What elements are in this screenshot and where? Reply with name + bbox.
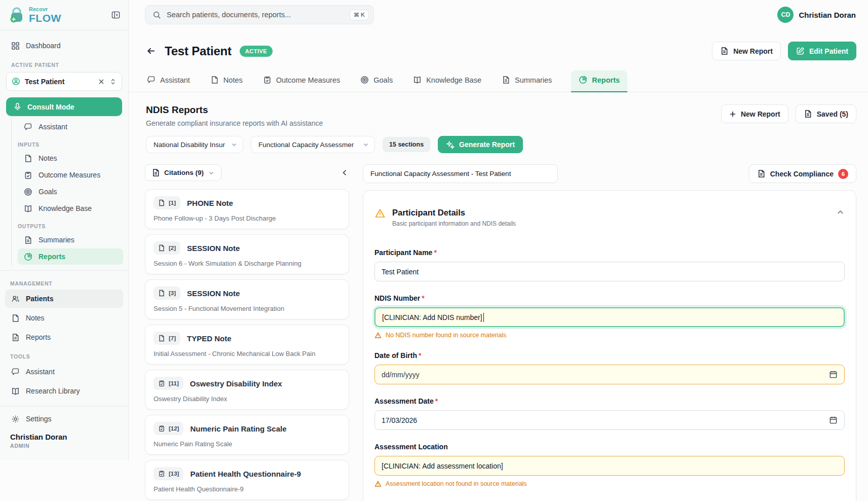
- citation-ref-pill: [11]: [154, 377, 183, 390]
- calendar-icon[interactable]: [829, 416, 838, 424]
- edit-patient-label: Edit Patient: [809, 47, 848, 55]
- avatar: CD: [777, 7, 794, 23]
- insurer-dropdown[interactable]: National Disability Insur: [146, 136, 243, 153]
- sidebar-item-label: Assistant: [39, 123, 67, 131]
- sidebar-item-patients[interactable]: Patients: [5, 290, 123, 308]
- sidebar-item-label: Outcome Measures: [39, 171, 100, 179]
- field-label: Assessment Date*: [374, 397, 845, 405]
- sidebar-item-notes-input[interactable]: Notes: [18, 150, 123, 166]
- sidebar-item-goals[interactable]: Goals: [18, 184, 123, 200]
- calendar-icon[interactable]: [829, 370, 838, 379]
- citation-title: SESSION Note: [187, 289, 240, 298]
- assessment-date-field: Assessment Date* 17/03/2026: [373, 397, 846, 430]
- tab-outcome-measures[interactable]: Outcome Measures: [262, 70, 342, 92]
- citation-subtitle: Initial Assessment - Chronic Mechanical …: [154, 350, 341, 357]
- citation-card[interactable]: [3] SESSION Note Session 5 - Functional …: [145, 279, 349, 319]
- ndis-number-input[interactable]: [CLINICIAN: Add NDIS number]: [374, 307, 845, 327]
- sidebar-item-outcome-measures[interactable]: Outcome Measures: [18, 167, 123, 183]
- clipboard-icon: [158, 380, 165, 387]
- template-dropdown[interactable]: Functional Capacity Assessmer: [251, 136, 375, 153]
- gear-icon: [11, 415, 20, 423]
- citations-collapse-button[interactable]: [341, 168, 349, 177]
- global-search-input[interactable]: Search patients, documents, reports... ⌘…: [145, 5, 374, 24]
- citations-toggle-button[interactable]: Citations (9): [145, 164, 221, 181]
- tab-assistant[interactable]: Assistant: [146, 70, 191, 92]
- edit-pencil-icon: [796, 47, 805, 55]
- clear-patient-icon[interactable]: [98, 78, 105, 85]
- participant-details-header[interactable]: Participant Details Basic participant in…: [373, 208, 846, 227]
- check-compliance-button[interactable]: Check Compliance 6: [749, 164, 856, 183]
- sidebar-item-dashboard[interactable]: Dashboard: [5, 37, 123, 55]
- new-report-button-section[interactable]: New Report: [721, 104, 788, 123]
- tab-label: Assistant: [160, 76, 190, 84]
- active-patient-selector[interactable]: Test Patient: [6, 72, 122, 91]
- collapse-section-button[interactable]: [836, 208, 845, 217]
- sidebar-item-label: Assistant: [26, 368, 55, 376]
- template-dropdown-value: Functional Capacity Assessmer: [258, 141, 354, 149]
- sidebar-item-label: Goals: [39, 188, 57, 196]
- tab-label: Notes: [223, 76, 243, 84]
- citation-card[interactable]: [12] Numeric Pain Rating Scale Numeric P…: [145, 415, 349, 455]
- clipboard-check-icon: [24, 171, 32, 180]
- file-icon: [210, 76, 219, 84]
- generate-report-label: Generate Report: [459, 140, 515, 149]
- sidebar-item-label: Notes: [39, 154, 57, 162]
- sidebar-item-label: Settings: [26, 415, 52, 423]
- tab-reports[interactable]: Reports: [571, 70, 627, 92]
- sidebar-item-knowledge-base[interactable]: Knowledge Base: [18, 200, 123, 217]
- file-icon: [158, 244, 165, 252]
- topbar: Search patients, documents, reports... ⌘…: [129, 0, 868, 29]
- tab-knowledge-base[interactable]: Knowledge Base: [412, 70, 482, 92]
- target-icon: [360, 76, 369, 84]
- user-menu[interactable]: CD Christian Doran: [777, 7, 856, 23]
- management-section-label: MANAGEMENT: [10, 280, 128, 287]
- participant-name-input[interactable]: Test Patient: [374, 262, 845, 281]
- sidebar-item-research-library[interactable]: Research Library: [5, 382, 123, 400]
- sidebar-item-assistant-tool[interactable]: Assistant: [5, 363, 123, 381]
- assessment-date-input[interactable]: 17/03/2026: [374, 410, 845, 430]
- saved-reports-button[interactable]: Saved (5): [796, 104, 856, 123]
- tab-goals[interactable]: Goals: [359, 70, 394, 92]
- section-title: NDIS Reports: [146, 104, 323, 116]
- citation-ref: [3]: [169, 290, 176, 296]
- report-editor-panel: Functional Capacity Assessment - Test Pa…: [363, 164, 856, 501]
- tab-label: Outcome Measures: [276, 76, 341, 84]
- sidebar-item-reports-output[interactable]: Reports: [18, 248, 123, 265]
- search-icon: [153, 11, 161, 19]
- sidebar-collapse-button[interactable]: [111, 11, 120, 19]
- citation-card[interactable]: [13] Patient Health Questionnaire-9 Pati…: [145, 460, 349, 500]
- tab-summaries[interactable]: Summaries: [501, 70, 553, 92]
- document-lines-icon: [502, 76, 510, 84]
- switch-patient-chevrons-icon[interactable]: [109, 78, 117, 85]
- back-button[interactable]: [146, 46, 157, 56]
- field-label: NDIS Number*: [374, 294, 845, 302]
- user-name: Christian Doran: [799, 11, 856, 19]
- sidebar-item-assistant-consult[interactable]: Assistant: [18, 119, 123, 135]
- consult-mode-button[interactable]: Consult Mode: [6, 97, 122, 116]
- sidebar-item-reports-mgmt[interactable]: Reports: [5, 328, 123, 346]
- assessment-location-warning: Assessment location not found in source …: [374, 480, 845, 487]
- sidebar-item-summaries[interactable]: Summaries: [18, 232, 123, 248]
- new-report-button-header[interactable]: New Report: [712, 42, 781, 60]
- citation-ref-pill: [2]: [154, 241, 180, 255]
- dashboard-grid-icon: [11, 42, 20, 50]
- citation-card[interactable]: [1] PHONE Note Phone Follow-up - 3 Days …: [145, 189, 349, 229]
- date-of-birth-input[interactable]: dd/mm/yyyy: [374, 365, 845, 384]
- citation-card[interactable]: [2] SESSION Note Session 6 - Work Simula…: [145, 234, 349, 274]
- compliance-issues-badge: 6: [838, 169, 848, 179]
- tab-notes[interactable]: Notes: [209, 70, 244, 92]
- generate-report-button[interactable]: Generate Report: [438, 136, 523, 153]
- microphone-icon: [13, 102, 22, 111]
- required-marker: *: [434, 248, 436, 257]
- citation-card[interactable]: [7] TYPED Note Initial Assessment - Chro…: [145, 325, 349, 365]
- sidebar-item-label: Reports: [26, 333, 51, 341]
- assessment-location-input[interactable]: [CLINICIAN: Add assessment location]: [374, 456, 845, 476]
- edit-patient-button[interactable]: Edit Patient: [788, 42, 856, 60]
- pie-chart-icon: [24, 253, 32, 261]
- citation-card[interactable]: [11] Oswestry Disability Index Oswestry …: [145, 370, 349, 410]
- report-title-input[interactable]: Functional Capacity Assessment - Test Pa…: [363, 164, 558, 183]
- sidebar-item-notes-mgmt[interactable]: Notes: [5, 309, 123, 327]
- citation-title: TYPED Note: [187, 334, 232, 343]
- section-subtitle: Generate compliant insurance reports wit…: [146, 119, 323, 127]
- sidebar-item-settings[interactable]: Settings: [5, 410, 123, 428]
